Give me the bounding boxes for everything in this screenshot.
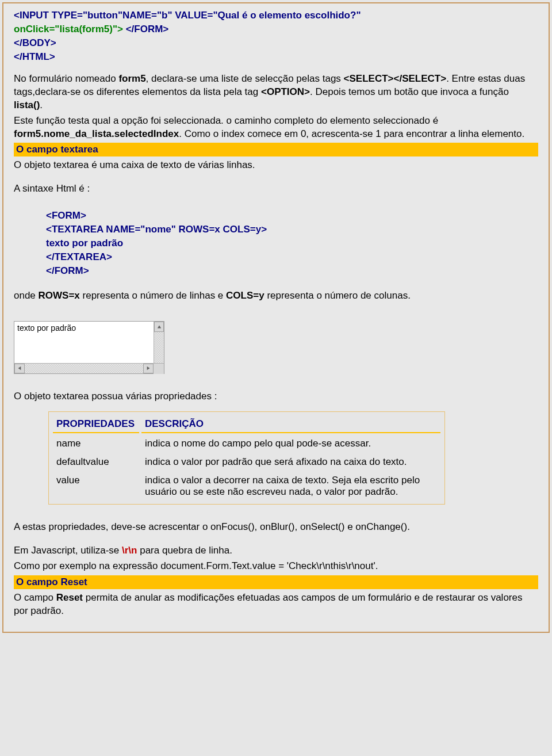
scroll-right-button[interactable] [143,364,154,373]
text: para quebra de linha. [137,545,232,556]
syntax-label: A sintaxe Html é : [14,182,538,196]
text: O campo [14,592,56,603]
document-page: <INPUT TYPE="button"NAME="b" VALUE="Qual… [2,2,550,633]
scrollbar-horizontal[interactable] [14,363,164,373]
paragraph-form5-description: No formulário nomeado form5, declara-se … [14,72,538,112]
header-propriedades: PROPRIEDADES [53,416,139,433]
code-line-onclick: onClick="lista(form5)"> </FORM> [14,23,538,36]
prop-name: defaultvalue [53,454,139,470]
code-line-html-close: </HTML> [14,51,538,64]
text: representa o número de colunas. [264,290,411,301]
triangle-up-icon [157,324,162,329]
prop-desc: indica o valor por padrão que será afixa… [141,454,440,470]
code-line-input: <INPUT TYPE="button"NAME="b" VALUE="Qual… [14,9,538,22]
example-paragraph: Como por exemplo na expressão document.F… [14,560,538,573]
scroll-left-button[interactable] [14,364,25,373]
bold-form5: form5 [118,73,145,84]
triangle-right-icon [146,366,151,371]
bold-option-tag: <OPTION> [261,86,310,97]
header-descricao: DESCRIÇÃO [141,416,440,433]
bold-rows: ROWS=x [39,290,80,301]
syntax-form-close: </FORM> [46,265,538,278]
bold-rn: \r\n [122,545,137,556]
syntax-textarea-close: </TEXTAREA> [46,251,538,264]
syntax-form-open: <FORM> [46,209,538,223]
text: permita de anular as modificações efetua… [14,592,522,616]
textarea-example[interactable]: texto por padrão [14,321,164,374]
text: . [40,100,43,110]
heading-reset: O campo Reset [14,575,538,589]
reset-description: O campo Reset permita de anular as modif… [14,591,538,618]
bold-selectedindex: form5.nome_da_lista.selectedIndex [14,128,179,139]
textarea-content[interactable]: texto por padrão [14,322,154,363]
svg-marker-1 [18,366,21,370]
text: onde [14,290,39,301]
prop-name: name [53,436,139,452]
textarea-description: O objeto textarea é uma caixa de texto d… [14,159,538,172]
syntax-code-block: <FORM> <TEXTAREA NAME="nome" ROWS=x COLS… [46,209,538,278]
syntax-default-text: texto por padrão [46,237,538,250]
svg-marker-2 [147,366,150,370]
text: , declara-se uma liste de selecção pelas… [146,73,344,84]
text: No formulário nomeado [14,73,118,84]
scroll-up-button[interactable] [154,322,164,332]
table-row: value indica o valor a decorrer na caixa… [53,472,440,500]
code-form-close: </FORM> [123,24,168,35]
triangle-left-icon [17,366,22,371]
prop-name: value [53,472,139,500]
bold-cols: COLS=y [226,290,264,301]
scroll-corner [154,364,164,374]
code-line-body-close: </BODY> [14,37,538,50]
properties-table: PROPRIEDADES DESCRIÇÃO name indica o nom… [48,411,445,505]
syntax-textarea-open: <TEXTAREA NAME="nome" ROWS=x COLS=y> [46,223,538,236]
prop-desc: indica o nome do campo pelo qual pode-se… [141,436,440,452]
linebreak-paragraph: Em Javascript, utiliza-se \r\n para queb… [14,544,538,558]
text: Este função testa qual a opção foi selec… [14,115,438,126]
text: Em Javascript, utiliza-se [14,545,122,556]
properties-intro: O objeto textarea possua várias propried… [14,390,538,403]
bold-reset: Reset [56,592,83,603]
prop-desc: indica o valor a decorrer na caixa de te… [141,472,440,500]
text: representa o número de linhas e [80,290,226,301]
after-table-paragraph: A estas propriedades, deve-se acrescenta… [14,521,538,534]
bold-select-tags: <SELECT></SELECT> [344,73,447,84]
bold-lista-fn: lista() [14,100,40,110]
table-row: name indica o nome do campo pelo qual po… [53,436,440,452]
svg-marker-0 [157,326,160,329]
paragraph-selectedindex: Este função testa qual a opção foi selec… [14,114,538,141]
scrollbar-vertical[interactable] [154,322,164,363]
heading-textarea: O campo textarea [14,143,538,156]
text: . Como o index comece em 0, acrescenta-s… [179,128,524,139]
text: . Depois temos um botão que invoca a fun… [310,86,509,97]
rows-cols-description: onde ROWS=x representa o número de linha… [14,289,538,303]
table-header-row: PROPRIEDADES DESCRIÇÃO [53,416,440,433]
code-onclick: onClick="lista(form5)"> [14,24,123,35]
table-row: defaultvalue indica o valor por padrão q… [53,454,440,470]
